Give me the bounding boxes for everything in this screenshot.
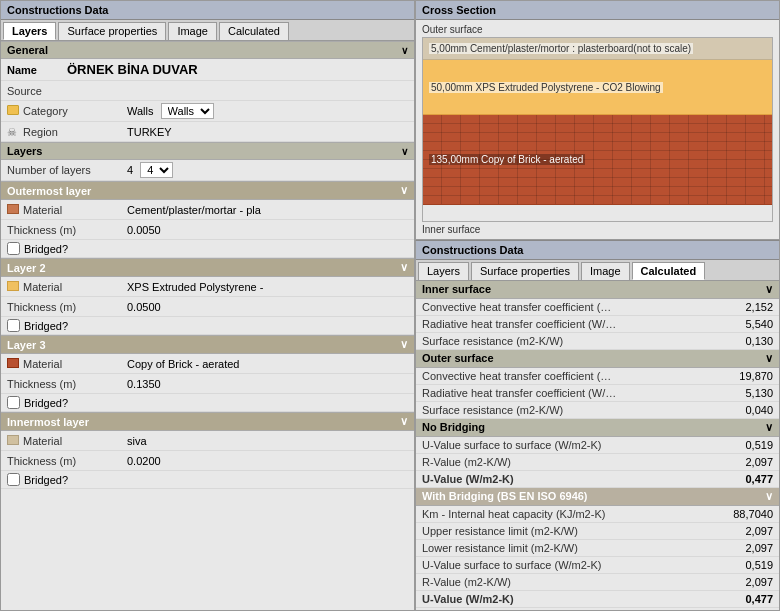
lower-resistance-row: Lower resistance limit (m2-K/W) 2,097: [416, 540, 779, 557]
tab-image-right[interactable]: Image: [581, 262, 630, 280]
constructions-data-right-panel: Constructions Data Layers Surface proper…: [415, 240, 780, 611]
wb-u-value: 0,477: [703, 593, 773, 605]
no-bridge-r-value: 2,097: [703, 456, 773, 468]
outer-surface-label: Outer surface: [422, 24, 773, 35]
no-bridge-u-surface-value: 0,519: [703, 439, 773, 451]
with-bridging-chevron: ∨: [765, 490, 773, 503]
inner-surface-header[interactable]: Inner surface ∨: [416, 281, 779, 299]
layer3-header[interactable]: Layer 3 ∨: [1, 335, 414, 354]
tab-layers-right[interactable]: Layers: [418, 262, 469, 280]
layer3-material-label: Material: [7, 358, 127, 370]
no-bridge-r-row: R-Value (m2-K/W) 2,097: [416, 454, 779, 471]
num-layers-select[interactable]: 4: [140, 162, 173, 178]
category-value: Walls Walls: [127, 103, 408, 119]
cement-layer-text: 5,00mm Cement/plaster/mortor : plasterbo…: [429, 43, 693, 54]
general-section-header[interactable]: General ∨: [1, 41, 414, 59]
wb-u-surface-value: 0,519: [703, 559, 773, 571]
no-bridge-r-label: R-Value (m2-K/W): [422, 456, 703, 468]
region-icon: ☠: [7, 126, 19, 138]
layer3-bridged-checkbox[interactable]: [7, 396, 20, 409]
inner-conv-row: Convective heat transfer coefficient (… …: [416, 299, 779, 316]
general-section-label: General: [7, 44, 48, 56]
outer-conv-row: Convective heat transfer coefficient (… …: [416, 368, 779, 385]
outer-surf-res-label: Surface resistance (m2-K/W): [422, 404, 703, 416]
outermost-thickness-label: Thickness (m): [7, 224, 127, 236]
km-value: 88,7040: [703, 508, 773, 520]
tab-surface-properties-right[interactable]: Surface properties: [471, 262, 579, 280]
layer3-material-row: Material Copy of Brick - aerated: [1, 354, 414, 374]
calc-table: Inner surface ∨ Convective heat transfer…: [416, 281, 779, 610]
innermost-material-value: siva: [127, 435, 408, 447]
no-bridge-u-surface-label: U-Value surface to surface (W/m2-K): [422, 439, 703, 451]
innermost-layer-header[interactable]: Innermost layer ∨: [1, 412, 414, 431]
source-label: Source: [7, 85, 127, 97]
cross-section-title: Cross Section: [416, 1, 779, 20]
no-bridge-u-row: U-Value (W/m2-K) 0,477: [416, 471, 779, 488]
layer2-bridged-checkbox[interactable]: [7, 319, 20, 332]
layers-section-header[interactable]: Layers ∨: [1, 142, 414, 160]
innermost-thickness-label: Thickness (m): [7, 455, 127, 467]
tab-layers-left[interactable]: Layers: [3, 22, 56, 40]
outer-surf-res-row: Surface resistance (m2-K/W) 0,040: [416, 402, 779, 419]
outermost-layer-header[interactable]: Outermost layer ∨: [1, 181, 414, 200]
tab-surface-properties-left[interactable]: Surface properties: [58, 22, 166, 40]
layer2-label: Layer 2: [7, 262, 46, 274]
left-tabs-bar: Layers Surface properties Image Calculat…: [1, 20, 414, 41]
outermost-bridged-checkbox[interactable]: [7, 242, 20, 255]
no-bridge-u-surface-row: U-Value surface to surface (W/m2-K) 0,51…: [416, 437, 779, 454]
upper-resistance-value: 2,097: [703, 525, 773, 537]
category-label: Category: [7, 105, 127, 117]
layer2-material-label: Material: [7, 281, 127, 293]
layer2-header[interactable]: Layer 2 ∨: [1, 258, 414, 277]
inner-surf-res-row: Surface resistance (m2-K/W) 0,130: [416, 333, 779, 350]
outer-surface-header[interactable]: Outer surface ∨: [416, 350, 779, 368]
inner-surface-label: Inner surface: [422, 224, 773, 235]
outermost-material-value: Cement/plaster/mortar - pla: [127, 204, 408, 216]
with-bridging-header[interactable]: With Bridging (BS EN ISO 6946) ∨: [416, 488, 779, 506]
layer3-chevron: ∨: [400, 338, 408, 351]
num-layers-label: Number of layers: [7, 164, 127, 176]
wb-r-row: R-Value (m2-K/W) 2,097: [416, 574, 779, 591]
xps-layer-visual: 50,00mm XPS Extruded Polystyrene - CO2 B…: [423, 60, 772, 115]
layer3-thickness-label: Thickness (m): [7, 378, 127, 390]
name-value: ÖRNEK BİNA DUVAR: [67, 62, 198, 77]
inner-surf-res-label: Surface resistance (m2-K/W): [422, 335, 703, 347]
innermost-bridged-row: Bridged?: [1, 471, 414, 489]
cross-section-content: Outer surface 5,00mm Cement/plaster/mort…: [416, 20, 779, 239]
innermost-material-label: Material: [7, 435, 127, 447]
tab-image-left[interactable]: Image: [168, 22, 217, 40]
layer3-label: Layer 3: [7, 339, 46, 351]
material-icon-2: [7, 281, 19, 291]
inner-surf-res-value: 0,130: [703, 335, 773, 347]
inner-conv-value: 2,152: [703, 301, 773, 313]
region-value: TURKEY: [127, 126, 408, 138]
region-row: ☠Region TURKEY: [1, 122, 414, 142]
outer-rad-value: 5,130: [703, 387, 773, 399]
inner-conv-label: Convective heat transfer coefficient (…: [422, 301, 703, 313]
outermost-bridged-label: Bridged?: [24, 243, 68, 255]
layer2-thickness-row: Thickness (m) 0.0500: [1, 297, 414, 317]
folder-icon: [7, 105, 19, 115]
innermost-chevron: ∨: [400, 415, 408, 428]
tab-calculated-left[interactable]: Calculated: [219, 22, 289, 40]
lower-resistance-value: 2,097: [703, 542, 773, 554]
upper-resistance-label: Upper resistance limit (m2-K/W): [422, 525, 703, 537]
category-select[interactable]: Walls: [161, 103, 214, 119]
tab-calculated-right[interactable]: Calculated: [632, 262, 706, 280]
no-bridging-chevron: ∨: [765, 421, 773, 434]
layer3-material-value: Copy of Brick - aerated: [127, 358, 408, 370]
cross-section-panel: Cross Section Outer surface 5,00mm Cemen…: [415, 0, 780, 240]
outer-conv-value: 19,870: [703, 370, 773, 382]
innermost-bridged-checkbox[interactable]: [7, 473, 20, 486]
wb-u-label: U-Value (W/m2-K): [422, 593, 703, 605]
right-panel: Cross Section Outer surface 5,00mm Cemen…: [415, 0, 780, 611]
layer2-thickness-label: Thickness (m): [7, 301, 127, 313]
left-panel-title: Constructions Data: [1, 1, 414, 20]
layer2-material-value: XPS Extruded Polystyrene -: [127, 281, 408, 293]
layer3-thickness-value: 0.1350: [127, 378, 408, 390]
outermost-chevron: ∨: [400, 184, 408, 197]
outermost-layer-label: Outermost layer: [7, 185, 91, 197]
inner-surface-chevron: ∨: [765, 283, 773, 296]
no-bridging-header[interactable]: No Bridging ∨: [416, 419, 779, 437]
name-label: Name: [7, 64, 67, 76]
